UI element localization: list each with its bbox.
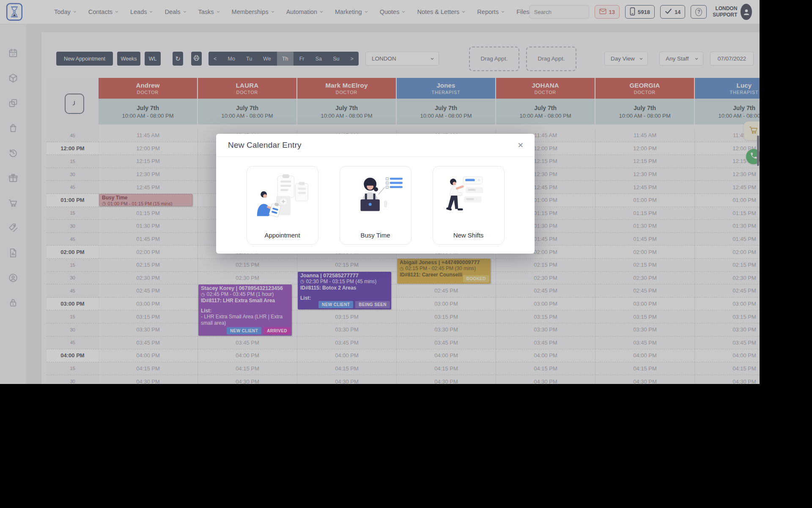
scrollbar-thumb[interactable] [757, 135, 759, 166]
appointment-illustration [251, 171, 314, 226]
option-card-new-shifts[interactable]: New Shifts [433, 166, 505, 245]
option-label: Busy Time [360, 232, 390, 239]
modal-options: AppointmentBusy TimeNew Shifts [216, 157, 535, 245]
modal-title: New Calendar Entry [228, 141, 302, 150]
app-window: TodayContactsLeadsDealsTasksMembershipsA… [0, 0, 760, 384]
close-icon[interactable]: ✕ [518, 142, 524, 149]
option-card-busy-time[interactable]: Busy Time [340, 166, 411, 245]
modal-header: New Calendar Entry ✕ [216, 134, 535, 157]
new-calendar-entry-modal: New Calendar Entry ✕ AppointmentBusy Tim… [216, 134, 535, 254]
option-label: Appointment [264, 232, 300, 239]
option-label: New Shifts [453, 232, 484, 239]
busy-time-illustration [344, 171, 407, 226]
new-shifts-illustration [437, 171, 500, 226]
option-card-appointment[interactable]: Appointment [247, 166, 318, 245]
